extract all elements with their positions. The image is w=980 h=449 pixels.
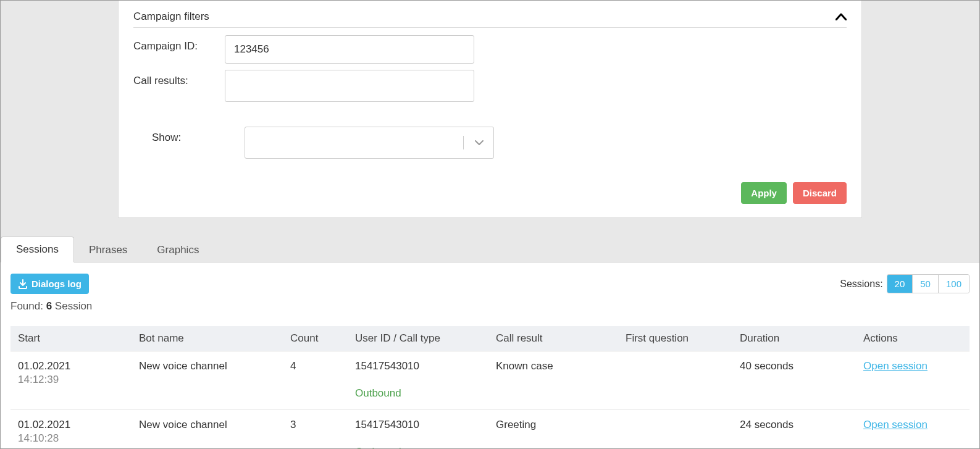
campaign-id-label: Campaign ID:	[133, 35, 225, 52]
show-select[interactable]	[245, 127, 494, 159]
user-id: 15417543010	[355, 419, 486, 431]
download-icon	[18, 279, 28, 289]
cell-bot: New voice channel	[134, 351, 285, 410]
open-session-link[interactable]: Open session	[863, 419, 928, 430]
cell-first-question	[621, 410, 735, 450]
table-row: 01.02.202114:10:28New voice channel31541…	[10, 410, 970, 450]
row-date: 01.02.2021	[18, 360, 129, 372]
cell-count: 3	[285, 410, 350, 450]
page-size-100[interactable]: 100	[938, 275, 969, 293]
page-size-20[interactable]: 20	[887, 275, 913, 293]
apply-button[interactable]: Apply	[741, 182, 787, 204]
call-type: Outbound	[355, 446, 486, 449]
user-id: 15417543010	[355, 360, 486, 372]
page-size-50[interactable]: 50	[912, 275, 938, 293]
th-user: User ID / Call type	[350, 326, 491, 351]
tabs-bar: Sessions Phrases Graphics	[1, 237, 979, 262]
collapse-filters-icon[interactable]	[836, 9, 847, 23]
cell-result: Known case	[491, 351, 621, 410]
cell-user: 15417543010Outbound	[350, 410, 491, 450]
cell-first-question	[621, 351, 735, 410]
th-start: Start	[10, 326, 134, 351]
th-actions: Actions	[858, 326, 970, 351]
dialogs-log-button[interactable]: Dialogs log	[10, 274, 89, 294]
th-count: Count	[285, 326, 350, 351]
filters-title: Campaign filters	[133, 10, 209, 23]
call-type: Outbound	[355, 387, 486, 400]
cell-start: 01.02.202114:12:39	[10, 351, 134, 410]
dialogs-log-label: Dialogs log	[31, 279, 82, 289]
call-results-label: Call results:	[133, 70, 225, 87]
tab-sessions[interactable]: Sessions	[1, 237, 74, 262]
cell-bot: New voice channel	[134, 410, 285, 450]
th-result: Call result	[491, 326, 621, 351]
th-duration: Duration	[735, 326, 858, 351]
cell-duration: 40 seconds	[735, 351, 858, 410]
campaign-id-input[interactable]	[225, 35, 474, 64]
th-bot: Bot name	[134, 326, 285, 351]
open-session-link[interactable]: Open session	[863, 360, 928, 372]
row-time: 14:12:39	[18, 374, 129, 386]
th-first: First question	[621, 326, 735, 351]
tab-phrases[interactable]: Phrases	[74, 238, 142, 262]
cell-count: 4	[285, 351, 350, 410]
campaign-filters-card: Campaign filters Campaign ID: Call resul…	[118, 1, 862, 218]
cell-start: 01.02.202114:10:28	[10, 410, 134, 450]
row-time: 14:10:28	[18, 432, 129, 445]
found-line: Found: 6 Session	[10, 300, 970, 313]
cell-actions: Open session	[858, 351, 970, 410]
cell-result: Greeting	[491, 410, 621, 450]
row-date: 01.02.2021	[18, 419, 129, 431]
chevron-down-icon	[475, 138, 484, 148]
discard-button[interactable]: Discard	[793, 182, 847, 204]
page-size-group: 20 50 100	[887, 274, 970, 293]
cell-actions: Open session	[858, 410, 970, 450]
cell-duration: 24 seconds	[735, 410, 858, 450]
table-row: 01.02.202114:12:39New voice channel41541…	[10, 351, 970, 410]
call-results-input[interactable]	[225, 70, 474, 102]
tab-graphics[interactable]: Graphics	[142, 238, 214, 262]
sessions-table: Start Bot name Count User ID / Call type…	[10, 326, 970, 449]
show-label: Show:	[152, 127, 245, 144]
sessions-count-label: Sessions:	[840, 279, 882, 290]
cell-user: 15417543010Outbound	[350, 351, 491, 410]
